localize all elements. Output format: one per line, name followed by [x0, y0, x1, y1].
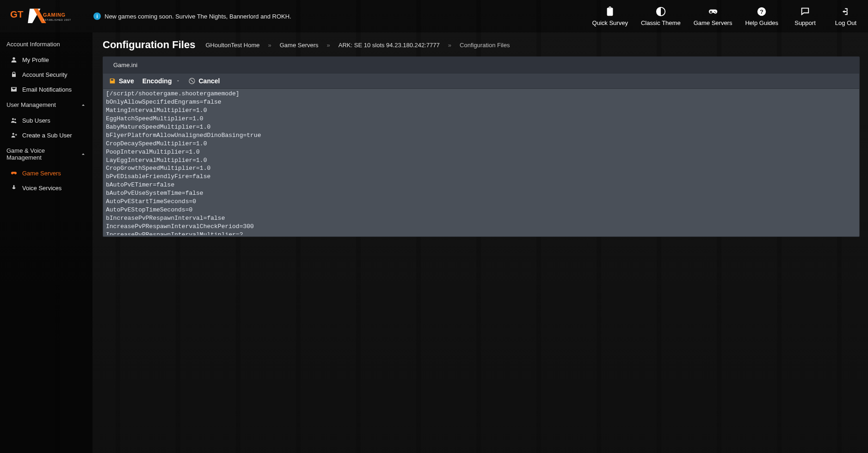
breadcrumb-sep: »	[327, 42, 330, 49]
logout-icon	[841, 6, 851, 17]
clipboard-icon	[605, 6, 615, 17]
page-title: Configuration Files	[103, 39, 195, 51]
breadcrumb-server[interactable]: ARK: SE 10 slots 94.23.180.242:7777	[339, 42, 440, 49]
brand-logo[interactable]: GT GAMING ESTABLISHED 2007	[10, 7, 93, 25]
breadcrumb-current: Configuration Files	[460, 42, 510, 49]
classic-theme-button[interactable]: Classic Theme	[641, 6, 681, 26]
save-label: Save	[119, 77, 134, 85]
svg-point-5	[12, 57, 15, 60]
save-button[interactable]: Save	[109, 77, 134, 85]
chevron-up-icon	[80, 102, 86, 108]
logout-label: Log Out	[835, 19, 856, 26]
sidebar-item-my-profile[interactable]: My Profile	[0, 52, 92, 67]
svg-point-6	[12, 118, 14, 120]
svg-point-7	[14, 118, 16, 120]
mail-icon	[10, 86, 18, 93]
game-servers-label: Game Servers	[694, 19, 733, 26]
svg-text:GAMING: GAMING	[43, 12, 66, 18]
sidebar-section-game-voice[interactable]: Game & Voice Management	[0, 143, 92, 166]
sidebar-section-user-mgmt[interactable]: User Management	[0, 97, 92, 113]
brand-tagline: ESTABLISHED 2007	[43, 19, 71, 21]
support-label: Support	[794, 19, 816, 26]
users-icon	[10, 117, 18, 124]
breadcrumb-home[interactable]: GHoultonTest Home	[205, 42, 259, 49]
editor-panel: Game.ini Save Encoding Cancel	[103, 56, 860, 237]
mic-icon	[10, 184, 18, 192]
sidebar-item-label: Game Servers	[22, 170, 61, 177]
help-icon: ?	[757, 6, 767, 17]
main: Configuration Files GHoultonTest Home » …	[92, 32, 868, 453]
quick-survey-label: Quick Survey	[592, 19, 628, 26]
cancel-button[interactable]: Cancel	[188, 77, 220, 85]
breadcrumb: GHoultonTest Home » Game Servers » ARK: …	[205, 42, 510, 49]
announcement-text: New games coming soon. Survive The Night…	[105, 13, 291, 20]
logout-button[interactable]: Log Out	[832, 6, 860, 26]
sidebar-section-label: Game & Voice Management	[6, 147, 80, 161]
sidebar-item-game-servers[interactable]: Game Servers	[0, 166, 92, 180]
sidebar-item-label: Create a Sub User	[22, 132, 72, 139]
quick-survey-button[interactable]: Quick Survey	[592, 6, 628, 26]
help-guides-button[interactable]: ? Help Guides	[745, 6, 778, 26]
chat-icon	[800, 6, 810, 17]
breadcrumb-game-servers[interactable]: Game Servers	[280, 42, 319, 49]
user-icon	[10, 56, 18, 63]
sidebar-item-voice-services[interactable]: Voice Services	[0, 180, 92, 195]
breadcrumb-sep: »	[268, 42, 271, 49]
top-bar: GT GAMING ESTABLISHED 2007 i New games c…	[0, 0, 868, 32]
sidebar-item-email-notifications[interactable]: Email Notifications	[0, 82, 92, 97]
file-tab-game-ini[interactable]: Game.ini	[110, 57, 141, 73]
cancel-icon	[188, 77, 196, 85]
sidebar-item-label: Email Notifications	[22, 86, 72, 93]
breadcrumb-sep: »	[448, 42, 451, 49]
sidebar-item-sub-users[interactable]: Sub Users	[0, 113, 92, 128]
editor-toolbar: Save Encoding Cancel	[103, 73, 859, 89]
announcement-bar: i New games coming soon. Survive The Nig…	[93, 12, 291, 20]
page-header: Configuration Files GHoultonTest Home » …	[103, 39, 860, 51]
info-icon: i	[93, 12, 101, 20]
gamepad-icon	[708, 6, 718, 17]
chevron-down-icon	[176, 79, 180, 83]
top-actions: Quick Survey Classic Theme Game Servers …	[592, 6, 860, 26]
config-editor[interactable]	[103, 89, 859, 235]
file-tabs: Game.ini	[103, 57, 859, 73]
game-servers-button[interactable]: Game Servers	[694, 6, 733, 26]
sidebar-section-label: User Management	[6, 101, 56, 108]
sidebar-item-label: Sub Users	[22, 117, 50, 124]
sidebar-section-account: Account Information	[0, 36, 92, 52]
encoding-label: Encoding	[142, 77, 172, 85]
editor-wrap	[103, 89, 859, 236]
user-plus-icon	[10, 131, 18, 139]
contrast-icon	[656, 6, 666, 17]
sidebar-item-account-security[interactable]: Account Security	[0, 67, 92, 82]
sidebar-section-label: Account Information	[6, 41, 60, 48]
save-icon	[109, 77, 116, 85]
sidebar-item-label: Account Security	[22, 71, 68, 78]
gtx-logo-icon: GT GAMING ESTABLISHED 2007	[10, 7, 80, 25]
sidebar-item-label: Voice Services	[22, 185, 62, 192]
svg-text:GT: GT	[10, 9, 24, 19]
layout: Account Information My Profile Account S…	[0, 32, 868, 453]
sidebar-item-label: My Profile	[22, 56, 49, 63]
sidebar: Account Information My Profile Account S…	[0, 32, 92, 453]
help-guides-label: Help Guides	[745, 19, 778, 26]
lock-icon	[10, 71, 18, 78]
classic-theme-label: Classic Theme	[641, 19, 681, 26]
encoding-dropdown[interactable]: Encoding	[142, 77, 180, 85]
svg-text:?: ?	[760, 8, 763, 15]
cancel-label: Cancel	[198, 77, 220, 85]
gamepad-icon	[10, 169, 18, 177]
svg-point-8	[12, 133, 14, 135]
chevron-up-icon	[80, 151, 86, 157]
sidebar-item-create-sub-user[interactable]: Create a Sub User	[0, 128, 92, 143]
support-button[interactable]: Support	[791, 6, 819, 26]
